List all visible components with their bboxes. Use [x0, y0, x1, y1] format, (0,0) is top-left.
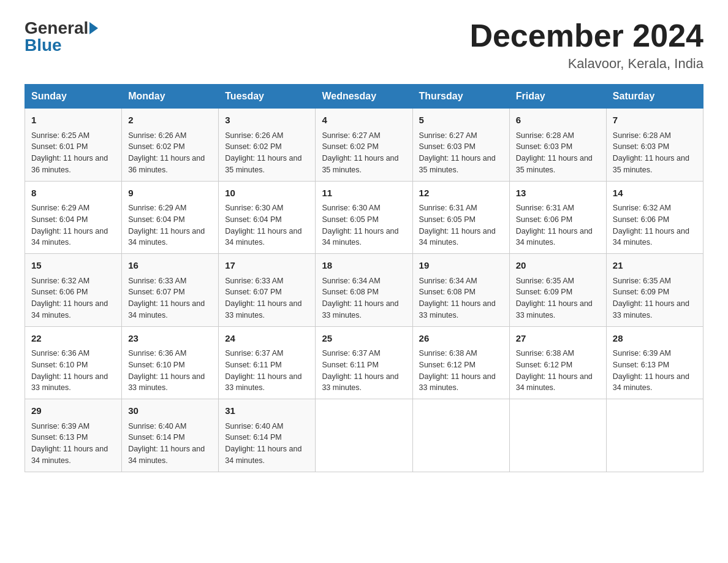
- day-info: Sunrise: 6:35 AMSunset: 6:09 PMDaylight:…: [516, 275, 600, 321]
- day-info: Sunrise: 6:40 AMSunset: 6:14 PMDaylight:…: [225, 421, 309, 467]
- day-info: Sunrise: 6:36 AMSunset: 6:10 PMDaylight:…: [128, 348, 212, 394]
- calendar-week-4: 22Sunrise: 6:36 AMSunset: 6:10 PMDayligh…: [25, 326, 703, 399]
- day-number: 6: [516, 113, 600, 128]
- calendar-cell: 19Sunrise: 6:34 AMSunset: 6:08 PMDayligh…: [412, 254, 509, 327]
- calendar-cell: 7Sunrise: 6:28 AMSunset: 6:03 PMDaylight…: [606, 109, 703, 182]
- day-number: 5: [419, 113, 503, 128]
- calendar-week-5: 29Sunrise: 6:39 AMSunset: 6:13 PMDayligh…: [25, 399, 703, 472]
- day-number: 12: [419, 186, 503, 201]
- day-number: 23: [128, 332, 212, 346]
- calendar-cell: 21Sunrise: 6:35 AMSunset: 6:09 PMDayligh…: [606, 254, 703, 327]
- day-number: 1: [31, 113, 115, 128]
- calendar-cell: 15Sunrise: 6:32 AMSunset: 6:06 PMDayligh…: [25, 254, 122, 327]
- day-number: 19: [419, 259, 503, 273]
- day-info: Sunrise: 6:31 AMSunset: 6:06 PMDaylight:…: [516, 202, 600, 248]
- day-number: 22: [31, 332, 115, 346]
- calendar-cell: 23Sunrise: 6:36 AMSunset: 6:10 PMDayligh…: [122, 326, 219, 399]
- day-info: Sunrise: 6:33 AMSunset: 6:07 PMDaylight:…: [128, 275, 212, 321]
- calendar-table: SundayMondayTuesdayWednesdayThursdayFrid…: [25, 84, 703, 472]
- day-number: 20: [516, 259, 600, 273]
- day-number: 14: [613, 186, 697, 201]
- location: Kalavoor, Kerala, India: [469, 56, 703, 72]
- calendar-cell: 11Sunrise: 6:30 AMSunset: 6:05 PMDayligh…: [316, 181, 412, 254]
- calendar-week-2: 8Sunrise: 6:29 AMSunset: 6:04 PMDaylight…: [25, 181, 703, 254]
- logo-blue-text: Blue: [25, 36, 62, 55]
- calendar-cell: 10Sunrise: 6:30 AMSunset: 6:04 PMDayligh…: [219, 181, 316, 254]
- calendar-header-row: SundayMondayTuesdayWednesdayThursdayFrid…: [25, 85, 703, 109]
- day-info: Sunrise: 6:30 AMSunset: 6:05 PMDaylight:…: [322, 202, 406, 248]
- day-info: Sunrise: 6:37 AMSunset: 6:11 PMDaylight:…: [225, 348, 309, 394]
- calendar-cell: [509, 399, 606, 472]
- day-info: Sunrise: 6:38 AMSunset: 6:12 PMDaylight:…: [516, 348, 600, 394]
- calendar-week-1: 1Sunrise: 6:25 AMSunset: 6:01 PMDaylight…: [25, 109, 703, 182]
- header-monday: Monday: [122, 85, 219, 109]
- calendar-cell: [316, 399, 412, 472]
- calendar-cell: 24Sunrise: 6:37 AMSunset: 6:11 PMDayligh…: [219, 326, 316, 399]
- day-number: 24: [225, 332, 309, 346]
- header-thursday: Thursday: [412, 85, 509, 109]
- header-tuesday: Tuesday: [219, 85, 316, 109]
- day-info: Sunrise: 6:27 AMSunset: 6:03 PMDaylight:…: [419, 130, 503, 176]
- day-info: Sunrise: 6:27 AMSunset: 6:02 PMDaylight:…: [322, 130, 406, 176]
- calendar-cell: 29Sunrise: 6:39 AMSunset: 6:13 PMDayligh…: [25, 399, 122, 472]
- day-number: 27: [516, 332, 600, 346]
- header-friday: Friday: [509, 85, 606, 109]
- calendar-cell: 28Sunrise: 6:39 AMSunset: 6:13 PMDayligh…: [606, 326, 703, 399]
- day-number: 10: [225, 186, 309, 201]
- calendar-cell: 1Sunrise: 6:25 AMSunset: 6:01 PMDaylight…: [25, 109, 122, 182]
- calendar-cell: 4Sunrise: 6:27 AMSunset: 6:02 PMDaylight…: [316, 109, 412, 182]
- calendar-cell: 20Sunrise: 6:35 AMSunset: 6:09 PMDayligh…: [509, 254, 606, 327]
- day-info: Sunrise: 6:36 AMSunset: 6:10 PMDaylight:…: [31, 348, 115, 394]
- day-info: Sunrise: 6:29 AMSunset: 6:04 PMDaylight:…: [31, 202, 115, 248]
- calendar-cell: 6Sunrise: 6:28 AMSunset: 6:03 PMDaylight…: [509, 109, 606, 182]
- day-number: 29: [31, 404, 115, 418]
- calendar-cell: 9Sunrise: 6:29 AMSunset: 6:04 PMDaylight…: [122, 181, 219, 254]
- calendar-cell: 3Sunrise: 6:26 AMSunset: 6:02 PMDaylight…: [219, 109, 316, 182]
- day-info: Sunrise: 6:31 AMSunset: 6:05 PMDaylight:…: [419, 202, 503, 248]
- day-info: Sunrise: 6:34 AMSunset: 6:08 PMDaylight:…: [419, 275, 503, 321]
- day-info: Sunrise: 6:37 AMSunset: 6:11 PMDaylight:…: [322, 348, 406, 394]
- day-number: 13: [516, 186, 600, 201]
- calendar-cell: 2Sunrise: 6:26 AMSunset: 6:02 PMDaylight…: [122, 109, 219, 182]
- day-number: 16: [128, 259, 212, 273]
- day-info: Sunrise: 6:32 AMSunset: 6:06 PMDaylight:…: [31, 275, 115, 321]
- day-info: Sunrise: 6:29 AMSunset: 6:04 PMDaylight:…: [128, 202, 212, 248]
- calendar-cell: 18Sunrise: 6:34 AMSunset: 6:08 PMDayligh…: [316, 254, 412, 327]
- day-number: 17: [225, 259, 309, 273]
- day-number: 28: [613, 332, 697, 346]
- day-info: Sunrise: 6:25 AMSunset: 6:01 PMDaylight:…: [31, 130, 115, 176]
- month-title: December 2024: [469, 18, 703, 53]
- calendar-cell: 27Sunrise: 6:38 AMSunset: 6:12 PMDayligh…: [509, 326, 606, 399]
- calendar-cell: 31Sunrise: 6:40 AMSunset: 6:14 PMDayligh…: [219, 399, 316, 472]
- day-number: 21: [613, 259, 697, 273]
- calendar-cell: 25Sunrise: 6:37 AMSunset: 6:11 PMDayligh…: [316, 326, 412, 399]
- calendar-cell: 30Sunrise: 6:40 AMSunset: 6:14 PMDayligh…: [122, 399, 219, 472]
- day-number: 9: [128, 186, 212, 201]
- calendar-week-3: 15Sunrise: 6:32 AMSunset: 6:06 PMDayligh…: [25, 254, 703, 327]
- day-info: Sunrise: 6:35 AMSunset: 6:09 PMDaylight:…: [613, 275, 697, 321]
- day-number: 2: [128, 113, 212, 128]
- calendar-cell: [412, 399, 509, 472]
- calendar-cell: [606, 399, 703, 472]
- calendar-cell: 13Sunrise: 6:31 AMSunset: 6:06 PMDayligh…: [509, 181, 606, 254]
- calendar-cell: 14Sunrise: 6:32 AMSunset: 6:06 PMDayligh…: [606, 181, 703, 254]
- day-number: 8: [31, 186, 115, 201]
- day-info: Sunrise: 6:28 AMSunset: 6:03 PMDaylight:…: [516, 130, 600, 176]
- day-info: Sunrise: 6:39 AMSunset: 6:13 PMDaylight:…: [31, 421, 115, 467]
- day-info: Sunrise: 6:38 AMSunset: 6:12 PMDaylight:…: [419, 348, 503, 394]
- header-sunday: Sunday: [25, 85, 122, 109]
- calendar-cell: 8Sunrise: 6:29 AMSunset: 6:04 PMDaylight…: [25, 181, 122, 254]
- calendar-cell: 12Sunrise: 6:31 AMSunset: 6:05 PMDayligh…: [412, 181, 509, 254]
- day-number: 15: [31, 259, 115, 273]
- day-number: 11: [322, 186, 406, 201]
- day-info: Sunrise: 6:33 AMSunset: 6:07 PMDaylight:…: [225, 275, 309, 321]
- day-info: Sunrise: 6:34 AMSunset: 6:08 PMDaylight:…: [322, 275, 406, 321]
- day-info: Sunrise: 6:39 AMSunset: 6:13 PMDaylight:…: [613, 348, 697, 394]
- logo: General Blue: [25, 18, 98, 55]
- day-info: Sunrise: 6:40 AMSunset: 6:14 PMDaylight:…: [128, 421, 212, 467]
- day-info: Sunrise: 6:26 AMSunset: 6:02 PMDaylight:…: [225, 130, 309, 176]
- day-number: 26: [419, 332, 503, 346]
- calendar-cell: 26Sunrise: 6:38 AMSunset: 6:12 PMDayligh…: [412, 326, 509, 399]
- header-saturday: Saturday: [606, 85, 703, 109]
- logo-arrow-icon: [89, 22, 98, 34]
